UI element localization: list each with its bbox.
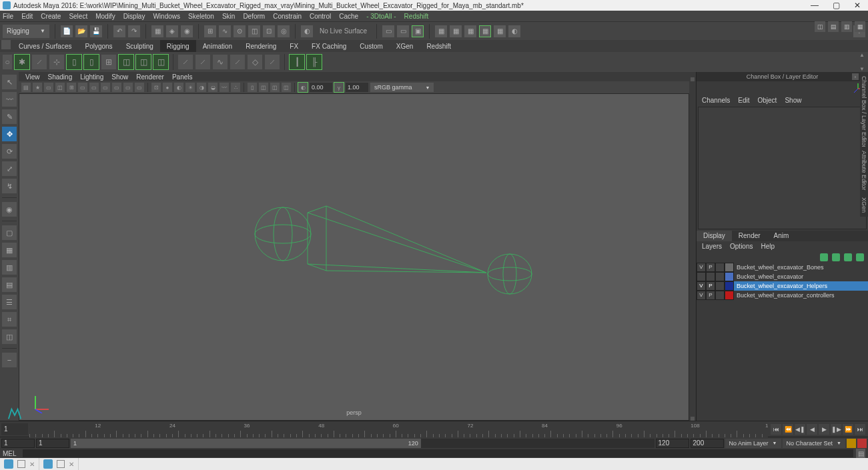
vp-grid-icon[interactable]: ⊞ (67, 83, 76, 92)
range-slider[interactable]: 1 120 (71, 439, 655, 448)
taskbar-close-icon[interactable]: ✕ (29, 461, 35, 468)
layer-move-up-icon[interactable] (820, 253, 828, 261)
render-settings-icon[interactable]: ▦ (464, 25, 476, 37)
constraint3-icon[interactable]: ⟋ (265, 55, 280, 69)
layer-playback-toggle[interactable]: P (706, 291, 715, 300)
play-fwd-icon[interactable]: ▶ (819, 424, 829, 435)
human-ik-icon[interactable]: ⊞ (101, 55, 116, 69)
viewport-panel[interactable]: persp (19, 93, 689, 421)
menu-extra[interactable]: - 3DtoAll - (366, 13, 396, 20)
snap-point-icon[interactable]: ⊙ (234, 25, 246, 37)
layout-persp-icon[interactable]: ▤ (2, 277, 17, 292)
timeline-current-frame[interactable]: 1 (1, 423, 28, 435)
channelbox-menu-show[interactable]: Show (785, 97, 801, 104)
time-slider[interactable]: 11224364860728496108120 (29, 421, 768, 437)
vp-aa-icon[interactable]: ∴ (231, 83, 240, 92)
vp-field-chart-icon[interactable]: ▭ (112, 83, 121, 92)
layer-color-swatch[interactable] (725, 272, 734, 281)
paint-select-tool-icon[interactable]: ✎ (2, 109, 17, 124)
step-fwd-key-icon[interactable]: ⏩ (843, 424, 853, 435)
snap-live-icon[interactable]: ◎ (278, 25, 290, 37)
vp-shadows-icon[interactable]: ◑ (197, 83, 206, 92)
ipr-render-icon[interactable]: ▦ (450, 25, 462, 37)
layer-new-empty-icon[interactable] (844, 253, 852, 261)
undo-icon[interactable]: ↶ (113, 25, 125, 37)
side-tab-channel-box[interactable]: Channel Box / Layer Editor (860, 72, 868, 152)
render-view-icon[interactable]: ▣ (412, 25, 424, 37)
new-scene-icon[interactable]: 📄 (61, 25, 73, 37)
last-tool-icon[interactable]: ↯ (2, 179, 17, 193)
shelf-tab-fx-caching[interactable]: FX Caching (305, 40, 353, 52)
rig-box4-icon[interactable]: ◫ (136, 55, 151, 69)
layout-minus-icon[interactable]: − (2, 353, 17, 367)
viewport-menu-shading[interactable]: Shading (48, 73, 73, 81)
side-tab-xgen[interactable]: XGen (860, 193, 868, 217)
viewport-menu-lighting[interactable]: Lighting (80, 73, 103, 81)
shelf-tab-custom[interactable]: Custom (353, 40, 389, 52)
menu-file[interactable]: File (3, 13, 13, 20)
shelf-tab-redshift[interactable]: Redshift (420, 40, 458, 52)
vp-gate-mask-icon[interactable]: ▭ (101, 83, 110, 92)
vp-safe-action-icon[interactable]: ▭ (123, 83, 133, 92)
constraint2-icon[interactable]: ◇ (248, 55, 262, 69)
menu-skin[interactable]: Skin (222, 13, 235, 20)
vp-exposure-icon[interactable]: ◐ (298, 83, 308, 92)
go-start-icon[interactable]: ⏮ (771, 424, 781, 435)
layer-row[interactable]: VPBucket_wheel_excavator_controllers (697, 291, 868, 300)
layout-four-icon[interactable]: ▦ (2, 243, 17, 257)
ik-handle-tool-icon[interactable]: ⊹ (49, 55, 64, 69)
layout-outliner-icon[interactable]: ☰ (2, 295, 17, 309)
menu-windows[interactable]: Windows (153, 13, 180, 20)
save-scene-icon[interactable]: 💾 (90, 25, 102, 37)
layer-menu-options[interactable]: Options (730, 243, 753, 250)
vp-colorspace-dropdown[interactable]: sRGB gamma ▼ (370, 83, 434, 92)
set-key-icon[interactable] (857, 439, 867, 448)
viewport-menu-renderer[interactable]: Renderer (136, 73, 164, 81)
shelf-menu-icon[interactable] (1, 40, 11, 49)
shelf-editor-icon[interactable]: ○ (3, 55, 12, 69)
layer-visibility-toggle[interactable]: V (697, 291, 706, 300)
taskbar-close-icon[interactable]: ✕ (69, 461, 74, 468)
side-tab-attribute-editor[interactable]: Attribute Editor (860, 147, 868, 195)
layer-new-selected-icon[interactable] (856, 253, 864, 261)
paint-weights-icon[interactable]: ⟋ (195, 55, 210, 69)
vp-motion-blur-icon[interactable]: 〰 (220, 83, 229, 92)
go-end-icon[interactable]: ⏭ (855, 424, 865, 435)
menu-create[interactable]: Create (41, 13, 61, 20)
scale-tool-icon[interactable]: ⤢ (2, 161, 17, 176)
deform2-icon[interactable]: ╟ (307, 55, 322, 69)
layer-color-swatch[interactable] (725, 291, 734, 300)
menu-skeleton[interactable]: Skeleton (188, 13, 214, 20)
vp-xray-icon[interactable]: ◫ (259, 83, 268, 92)
menu-display[interactable]: Display (123, 13, 145, 20)
shelf-tab-animation[interactable]: Animation (196, 40, 239, 52)
joint-tool-icon[interactable]: ⟋ (32, 55, 47, 69)
construction-history-icon[interactable]: ▭ (382, 25, 394, 37)
layer-playback-toggle[interactable]: P (706, 281, 715, 291)
layout-graph-icon[interactable]: ⌗ (2, 312, 17, 327)
modeling-toolkit-icon[interactable]: ◫ (815, 21, 825, 32)
panel-undock-icon[interactable]: ▫ (852, 73, 859, 80)
skeleton-tool-icon[interactable]: ✱ (15, 55, 29, 69)
taskbar-item[interactable]: ✕ (0, 458, 39, 470)
channelbox-menu-edit[interactable]: Edit (738, 97, 749, 104)
auto-key-icon[interactable] (847, 439, 856, 448)
soft-select-icon[interactable]: ◉ (2, 202, 17, 217)
play-back-icon[interactable]: ◀ (807, 424, 817, 435)
shelf-tab-sculpting[interactable]: Sculpting (119, 40, 160, 52)
layer-visibility-toggle[interactable]: V (697, 281, 706, 291)
close-button[interactable]: ✕ (849, 1, 865, 10)
shelf-tab-rendering[interactable]: Rendering (239, 40, 283, 52)
range-start-outer[interactable] (1, 439, 35, 448)
vp-res-gate-icon[interactable]: ▭ (89, 83, 99, 92)
layer-tab-anim[interactable]: Anim (767, 231, 796, 241)
range-end-outer[interactable] (691, 439, 724, 448)
vp-depth-icon[interactable]: ◫ (282, 83, 291, 92)
vp-texture-icon[interactable]: ◐ (174, 83, 183, 92)
layout-two-icon[interactable]: ▥ (2, 260, 17, 275)
channel-box-icon[interactable]: ▦ (855, 21, 865, 32)
vp-shaded-icon[interactable]: ● (163, 83, 172, 92)
layer-tab-display[interactable]: Display (697, 231, 732, 241)
input-connections-icon[interactable]: ▭ (397, 25, 409, 37)
playblast-icon[interactable]: ◐ (508, 25, 520, 37)
